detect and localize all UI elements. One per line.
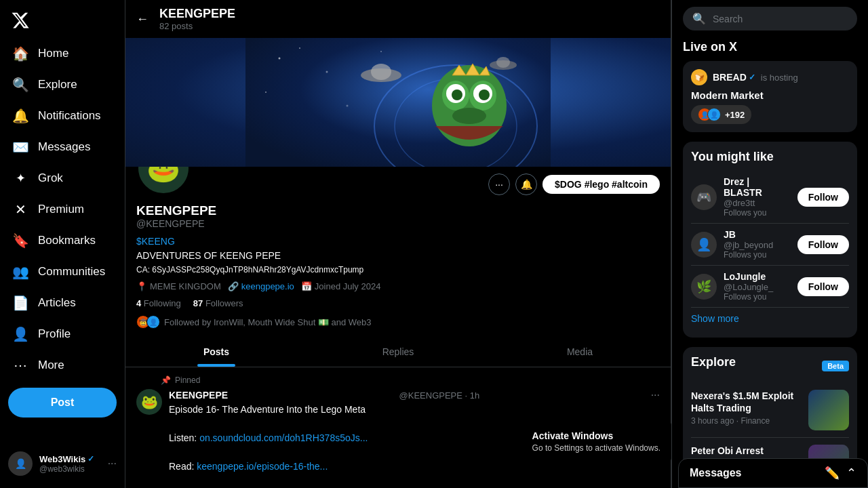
post-more-button[interactable]: ··· (651, 389, 660, 401)
live-show-title: Modern Market (691, 89, 849, 101)
explore-title: Explore (691, 355, 736, 369)
read-link[interactable]: keengpepe.io/episode-16-the... (197, 461, 328, 472)
sidebar-item-label: Home (38, 47, 68, 60)
sidebar: 🏠 Home 🔍 Explore 🔔 Notifications ✉️ Mess… (0, 0, 125, 488)
explore-text-1: Nexera's $1.5M Exploit Halts Trading 3 h… (691, 390, 803, 430)
more-options-button[interactable]: ··· (488, 174, 510, 195)
home-icon: 🏠 (12, 45, 28, 62)
you-might-like-section: You might like 🎮 Drez | BLASTR @dre3tt F… (683, 142, 857, 338)
sidebar-item-premium[interactable]: ✕ Premium (3, 195, 122, 224)
profile-website[interactable]: 🔗 keengpepe.io (228, 281, 294, 291)
following-stat[interactable]: 4 Following (136, 298, 181, 308)
follow-suggest-button-1[interactable]: Follow (797, 188, 849, 207)
follow-suggest-button-3[interactable]: Follow (797, 277, 849, 296)
tab-replies[interactable]: Replies (307, 337, 489, 367)
suggest-info-2: JB @jb_beyond Follows you (724, 229, 791, 260)
compose-message-icon[interactable]: ✏️ (825, 466, 840, 481)
live-count: +192 (725, 110, 745, 120)
svg-point-10 (371, 64, 391, 80)
profile-bio: ADVENTURES OF KEENG PEPE CA: 6SyJASSPc25… (136, 249, 660, 276)
tab-posts[interactable]: Posts (125, 337, 307, 367)
profile-followed-by: 🤠 👤 Followed by IronWill, Mouth Wide Shu… (136, 315, 660, 329)
profile-tabs: Posts Replies Media (125, 337, 671, 367)
sidebar-item-notifications[interactable]: 🔔 Notifications (3, 101, 122, 131)
svg-point-1 (279, 58, 281, 60)
sidebar-item-label: Grok (38, 171, 63, 185)
profile-meta: 📍 MEME KINGDOM 🔗 keengpepe.io 📅 Joined J… (136, 281, 660, 291)
sidebar-user[interactable]: 👤 Web3Wikis ✓ @web3wikis ··· (0, 445, 125, 483)
live-status: is hosting (761, 73, 798, 83)
verified-icon: ✓ (749, 73, 755, 82)
suggest-item-3: 🌿 LoJungle @LoJungle_ Follows you Follow (691, 266, 849, 308)
live-listeners: 👤 👤 +192 (691, 105, 751, 124)
messages-icon: ✉️ (12, 139, 28, 155)
follow-button[interactable]: $DOG #lego #altcoin (542, 175, 660, 194)
sidebar-item-explore[interactable]: 🔍 Explore (3, 70, 122, 100)
sidebar-item-home[interactable]: 🏠 Home (3, 39, 122, 68)
sidebar-item-label: Explore (38, 78, 77, 92)
followed-avatar-2: 👤 (146, 315, 160, 329)
svg-point-20 (452, 108, 486, 124)
live-host-name: BREAD ✓ (713, 72, 755, 83)
live-section-title: Live on X (683, 40, 857, 54)
suggest-avatar-1: 🎮 (691, 184, 717, 210)
sidebar-item-communities[interactable]: 👥 Communities (3, 257, 122, 287)
show-more-link[interactable]: Show more (691, 308, 849, 329)
follow-suggest-button-2[interactable]: Follow (797, 235, 849, 254)
banner-background (125, 38, 671, 167)
activate-subtitle: Go to Settings to activate Windows. (532, 443, 660, 453)
live-card[interactable]: 🍞 BREAD ✓ is hosting Modern Market 👤 👤 +… (683, 61, 857, 132)
profile-header-top: ← KEENGPEPE 82 posts (125, 0, 671, 38)
avatar: 👤 (8, 451, 33, 476)
sidebar-item-bookmarks[interactable]: 🔖 Bookmarks (3, 226, 122, 256)
followers-stat[interactable]: 87 Followers (193, 298, 243, 308)
profile-info-section: 🐸 ··· 🔔 $DOG #lego #altcoin KEENGPEPE @K… (125, 167, 671, 329)
suggest-name-1: Drez | BLASTR (724, 176, 791, 198)
verified-badge: ✓ (87, 454, 94, 464)
sidebar-item-label: Messages (38, 140, 90, 154)
live-host-avatar: 🍞 (691, 69, 707, 85)
articles-icon: 📄 (12, 295, 28, 311)
main-content: ← KEENGPEPE 82 posts (125, 0, 868, 488)
grok-icon: ✦ (12, 170, 28, 186)
sidebar-item-profile[interactable]: 👤 Profile (3, 319, 122, 349)
sidebar-user-name: Web3Wikis ✓ (39, 454, 101, 464)
soundcloud-link[interactable]: on.soundcloud.com/doh1RH378s5oJs... (199, 432, 368, 443)
profile-skeeng-link[interactable]: $KEENG (136, 236, 660, 247)
live-listener-avatars: 👤 👤 (698, 108, 721, 121)
notification-bell-button[interactable]: 🔔 (515, 174, 537, 195)
post-button[interactable]: Post (8, 388, 117, 418)
profile-actions: ··· 🔔 $DOG #lego #altcoin (488, 174, 660, 195)
followed-avatars: 🤠 👤 (136, 315, 160, 329)
sidebar-item-messages[interactable]: ✉️ Messages (3, 132, 122, 162)
post-handle: @KEENGPEPE · 1h (399, 390, 480, 401)
tab-media[interactable]: Media (489, 337, 671, 367)
suggest-follows-1: Follows you (724, 208, 791, 218)
more-icon: ⋯ (12, 357, 28, 373)
explore-item-1[interactable]: Nexera's $1.5M Exploit Halts Trading 3 h… (691, 383, 849, 438)
svg-point-6 (347, 105, 349, 107)
profile-column: ← KEENGPEPE 82 posts (125, 0, 671, 488)
profile-header-name: KEENGPEPE (159, 7, 235, 21)
search-icon: 🔍 (692, 12, 706, 25)
search-box[interactable]: 🔍 (683, 7, 857, 30)
live-card-header: 🍞 BREAD ✓ is hosting (691, 69, 849, 85)
back-button[interactable]: ← (136, 12, 149, 26)
listener-avatar-2: 👤 (707, 108, 721, 121)
profile-stats: 4 Following 87 Followers (136, 298, 660, 308)
calendar-icon: 📅 (301, 281, 312, 291)
sidebar-item-grok[interactable]: ✦ Grok (3, 163, 122, 193)
sidebar-item-more[interactable]: ⋯ More (3, 350, 122, 380)
banner-svg (125, 38, 671, 167)
sidebar-item-articles[interactable]: 📄 Articles (3, 288, 122, 318)
search-input[interactable] (713, 14, 848, 24)
suggest-avatar-2: 👤 (691, 232, 717, 258)
sidebar-user-info: Web3Wikis ✓ @web3wikis (39, 454, 101, 474)
suggest-handle-1: @dre3tt (724, 198, 791, 208)
suggest-handle-3: @LoJungle_ (724, 282, 791, 292)
expand-messages-icon[interactable]: ⌃ (846, 466, 856, 481)
explore-image-1 (808, 390, 849, 430)
sidebar-item-label: Premium (38, 203, 84, 216)
sidebar-item-label: Articles (38, 296, 76, 310)
svg-point-3 (326, 71, 328, 73)
